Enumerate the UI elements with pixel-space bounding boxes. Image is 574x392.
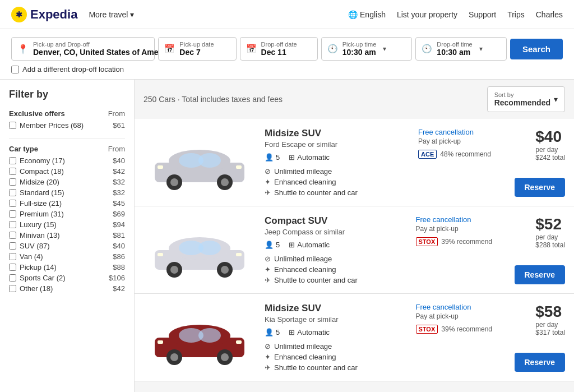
results-header: 250 Cars · Total includes taxes and fees… [135,80,574,119]
more-travel-button[interactable]: More travel ▾ [89,10,134,19]
pickup-time-field[interactable]: 🕙 Pick-up time 10:30 am ▾ [321,37,413,61]
car-type-row: Midsize (20) $32 [9,178,125,186]
car-name: Midsize SUV [265,303,409,314]
pin-icon: 📍 [17,44,29,54]
language-button[interactable]: 🌐 English [348,10,386,19]
free-cancel-label: Free cancellation [418,128,474,136]
car-type-checkbox[interactable] [9,264,16,271]
feature-icon: ✦ [265,353,271,361]
vendor-logo: STOX [416,325,438,334]
trips-link[interactable]: Trips [507,10,525,19]
member-prices-checkbox[interactable] [9,122,16,129]
person-icon: 👤 [265,241,274,249]
car-type-row: Sports Car (2) $106 [9,274,125,282]
person-icon: 👤 [265,153,274,162]
pickup-date-field[interactable]: 📅 Pick-up date Dec 7 [158,37,236,61]
feature-icon: ⊘ [265,255,271,263]
vendor-badge: STOX 39% recommend [416,237,492,246]
list-property-link[interactable]: List your property [397,10,457,19]
car-type-checkbox[interactable] [9,221,16,228]
car-svg [149,135,250,191]
logo-icon: ✱ [11,7,27,22]
car-card: Midsize SUV Ford Escape or similar 👤 5 ⊞… [135,119,574,206]
features-list: ⊘ Unlimited mileage ✦ Enhanced cleaning … [265,167,411,197]
car-type-row: Pickup (14) $88 [9,263,125,271]
car-type-checkbox[interactable] [9,210,16,218]
price-per-day: per day [535,321,565,329]
free-cancel-label: Free cancellation [416,215,471,224]
chevron-down-icon: ▾ [130,10,134,19]
car-type-checkbox[interactable] [9,178,16,186]
search-button[interactable]: Search [510,39,563,59]
chevron-down-icon-droptime: ▾ [479,45,483,53]
feature-icon: ⊘ [265,342,271,351]
feature-item: ✈ Shuttle to counter and car [265,188,411,197]
user-menu[interactable]: Charles [536,10,563,19]
car-image [144,303,256,372]
price-per-day: per day [535,146,565,154]
svg-point-13 [198,241,221,255]
price-amount: $52 [535,215,562,233]
car-meta: 👤 5 ⊞ Automatic [265,241,409,249]
feature-item: ⊘ Unlimited mileage [265,255,409,263]
car-type-checkbox[interactable] [9,168,16,175]
car-type-checkbox[interactable] [9,242,16,250]
car-type-row: Other (18) $42 [9,284,125,293]
dropoff-time-field[interactable]: 🕙 Drop-off time 10:30 am ▾ [415,37,507,61]
svg-rect-18 [236,253,242,256]
car-type-checkbox[interactable] [9,189,16,196]
car-type-checkbox[interactable] [9,274,16,282]
car-type-row: Minivan (13) $81 [9,231,125,239]
car-type-checkbox[interactable] [9,157,16,164]
vendor-badge: ACE 48% recommend [418,150,491,159]
results-count: 250 Cars · Total includes taxes and fees [144,95,283,104]
dropoff-date-field[interactable]: 📅 Drop-off date Dec 11 [240,37,318,61]
svg-rect-9 [158,165,163,169]
chevron-down-icon-time: ▾ [383,45,386,53]
exclusive-offers-section: Exclusive offers From Member Prices (68)… [9,109,125,130]
car-type-checkbox[interactable] [9,285,16,292]
reserve-button[interactable]: Reserve [515,178,566,197]
car-type-checkbox[interactable] [9,200,16,207]
car-type-row: Standard (15) $32 [9,188,125,197]
recommend-text: 39% recommend [441,238,492,246]
svg-point-27 [221,353,229,361]
feature-icon: ✈ [265,276,271,284]
svg-rect-8 [236,165,242,169]
pay-at-pickup-label: Pay at pick-up [418,137,461,145]
car-image [144,128,256,197]
location-field[interactable]: 📍 Pick-up and Drop-off Denver, CO, Unite… [11,37,155,61]
transmission-icon: ⊞ [289,241,295,249]
car-type-checkbox[interactable] [9,253,16,260]
price-per-day: per day [535,233,565,241]
reserve-button[interactable]: Reserve [515,353,566,372]
car-type-checkbox[interactable] [9,232,16,239]
add-dropoff-checkbox[interactable] [11,66,19,73]
vendor-logo: ACE [418,150,437,159]
filter-divider [9,139,125,139]
feature-item: ✦ Enhanced cleaning [265,265,409,274]
clock-icon: 🕙 [327,44,338,54]
car-type-row: Luxury (15) $94 [9,220,125,229]
logo[interactable]: ✱ Expedia [11,7,77,22]
reserve-button[interactable]: Reserve [515,265,566,284]
car-type-filters: Economy (17) $40 Compact (18) $42 Midsiz… [9,156,125,293]
svg-point-23 [198,328,221,343]
car-price: $58 per day $317 total Reserve [503,303,565,372]
price-amount: $58 [535,303,562,321]
sort-dropdown[interactable]: Sort by Recommended ▾ [487,86,565,112]
car-model: Kia Sportage or similar [265,315,409,324]
svg-point-17 [221,266,229,274]
feature-item: ⊘ Unlimited mileage [265,342,409,351]
features-list: ⊘ Unlimited mileage ✦ Enhanced cleaning … [265,342,409,372]
car-model: Ford Escape or similar [265,140,411,149]
support-link[interactable]: Support [469,10,496,19]
feature-item: ✈ Shuttle to counter and car [265,276,409,284]
svg-rect-28 [236,340,242,344]
header-left: ✱ Expedia More travel ▾ [11,7,134,22]
search-fields: 📍 Pick-up and Drop-off Denver, CO, Unite… [11,37,563,61]
car-type-section: Car type From Economy (17) $40 Compact (… [9,145,125,293]
svg-point-25 [170,353,178,361]
recommend-text: 48% recommend [440,150,491,158]
car-card: Midsize SUV Kia Sportage or similar 👤 5 … [135,294,574,381]
